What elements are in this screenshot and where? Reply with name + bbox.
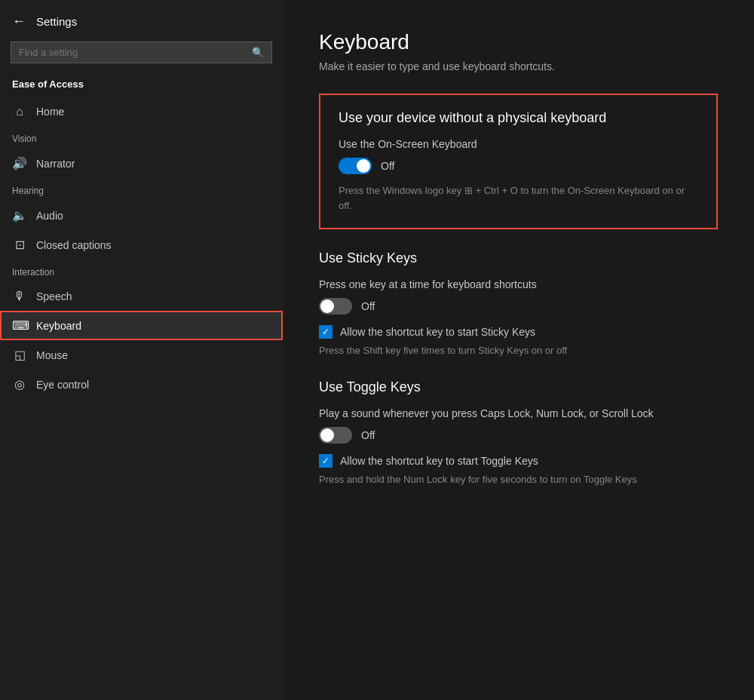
main-content: Keyboard Make it easier to type and use … [283, 0, 754, 700]
sticky-keys-label: Press one key at a time for keyboard sho… [319, 278, 718, 290]
sidebar-item-audio-label: Audio [36, 210, 63, 222]
sticky-keys-checkbox-row: ✓ Allow the shortcut key to start Sticky… [319, 325, 718, 339]
mouse-icon: ◱ [12, 348, 27, 362]
on-screen-keyboard-toggle[interactable] [339, 158, 372, 174]
sidebar-item-speech[interactable]: 🎙 Speech [0, 282, 283, 311]
toggle-knob [357, 159, 370, 173]
page-title: Keyboard [319, 30, 718, 54]
toggle-keys-hint: Press and hold the Num Lock key for five… [319, 472, 718, 487]
sticky-keys-checkbox-label: Allow the shortcut key to start Sticky K… [340, 326, 535, 338]
home-icon: ⌂ [12, 105, 27, 118]
sidebar-item-keyboard-label: Keyboard [36, 320, 81, 332]
sidebar-header: ← Settings [0, 0, 283, 38]
vision-section-label: Vision [0, 126, 283, 149]
sticky-keys-toggle-row: Off [319, 298, 718, 315]
sidebar-item-keyboard[interactable]: ⌨ Keyboard [0, 311, 283, 340]
sidebar-item-narrator-label: Narrator [36, 158, 75, 170]
on-screen-keyboard-toggle-label: Off [381, 160, 394, 172]
eye-control-icon: ◎ [12, 377, 27, 391]
sticky-keys-checkbox[interactable]: ✓ [319, 325, 333, 339]
sidebar-item-home[interactable]: ⌂ Home [0, 97, 283, 126]
search-box[interactable]: 🔍 [11, 41, 272, 63]
keyboard-icon: ⌨ [12, 318, 27, 333]
toggle-keys-toggle[interactable] [319, 427, 352, 444]
narrator-icon: 🔊 [12, 156, 27, 170]
on-screen-keyboard-heading: Use your device without a physical keybo… [339, 110, 698, 126]
toggle-keys-checkbox-label: Allow the shortcut key to start Toggle K… [340, 455, 538, 467]
toggle-check-icon: ✓ [322, 456, 329, 466]
on-screen-keyboard-hint: Press the Windows logo key ⊞ + Ctrl + O … [339, 183, 698, 213]
toggle-keys-heading: Use Toggle Keys [319, 379, 718, 395]
toggle-keys-section: Use Toggle Keys Play a sound whenever yo… [319, 379, 718, 487]
on-screen-keyboard-label: Use the On-Screen Keyboard [339, 138, 698, 150]
sidebar-item-speech-label: Speech [36, 290, 72, 302]
back-icon: ← [12, 14, 26, 29]
search-input[interactable] [19, 47, 246, 58]
sidebar-item-closed-captions-label: Closed captions [36, 239, 112, 251]
sidebar-item-mouse-label: Mouse [36, 349, 68, 361]
sticky-toggle-knob [320, 299, 334, 313]
sidebar-item-audio[interactable]: 🔈 Audio [0, 201, 283, 230]
speech-icon: 🎙 [12, 290, 27, 303]
toggle-keys-toggle-row: Off [319, 427, 718, 444]
sticky-keys-section: Use Sticky Keys Press one key at a time … [319, 250, 718, 358]
sidebar-item-narrator[interactable]: 🔊 Narrator [0, 149, 283, 178]
sidebar-title: Settings [36, 15, 77, 28]
ease-of-access-label: Ease of Access [0, 75, 283, 97]
search-icon: 🔍 [252, 47, 264, 58]
toggle-keys-toggle-label: Off [361, 429, 375, 441]
sidebar-item-closed-captions[interactable]: ⊡ Closed captions [0, 230, 283, 259]
sticky-keys-toggle[interactable] [319, 298, 352, 315]
sticky-keys-toggle-label: Off [361, 300, 375, 312]
page-subtitle: Make it easier to type and use keyboard … [319, 60, 718, 72]
sidebar-item-mouse[interactable]: ◱ Mouse [0, 340, 283, 370]
toggle-keys-label: Play a sound whenever you press Caps Loc… [319, 407, 718, 419]
check-icon: ✓ [322, 327, 329, 337]
on-screen-keyboard-section: Use your device without a physical keybo… [319, 94, 718, 229]
sidebar-item-home-label: Home [36, 106, 64, 118]
sticky-keys-heading: Use Sticky Keys [319, 250, 718, 266]
toggle-keys-checkbox-row: ✓ Allow the shortcut key to start Toggle… [319, 454, 718, 468]
sidebar-item-eye-control[interactable]: ◎ Eye control [0, 370, 283, 399]
hearing-section-label: Hearing [0, 178, 283, 201]
on-screen-keyboard-toggle-row: Off [339, 158, 698, 174]
closed-captions-icon: ⊡ [12, 238, 27, 252]
toggle-keys-checkbox[interactable]: ✓ [319, 454, 333, 468]
sidebar-item-eye-control-label: Eye control [36, 379, 89, 391]
audio-icon: 🔈 [12, 208, 27, 223]
back-button[interactable]: ← [12, 14, 26, 29]
sidebar: ← Settings 🔍 Ease of Access ⌂ Home Visio… [0, 0, 283, 700]
interaction-section-label: Interaction [0, 259, 283, 282]
sticky-keys-hint: Press the Shift key five times to turn S… [319, 343, 718, 358]
toggle-keys-knob [320, 428, 334, 442]
